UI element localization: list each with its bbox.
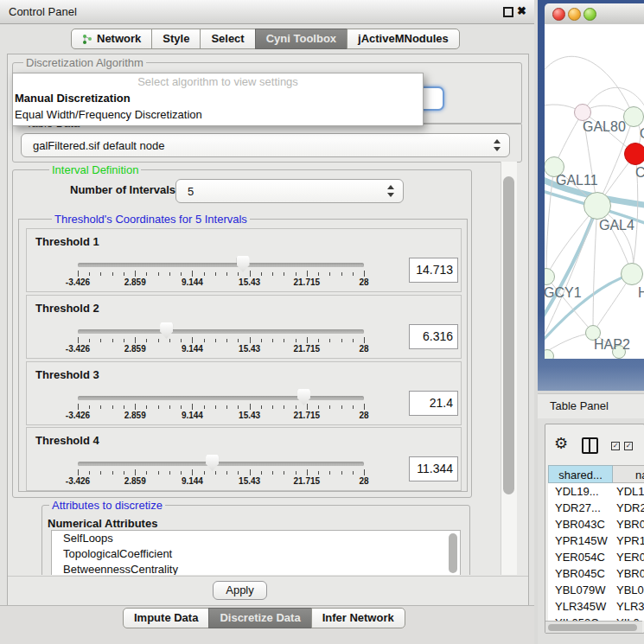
tab-jactivemnodules[interactable]: jActiveMNodules	[347, 29, 460, 49]
slider-track[interactable]	[78, 329, 364, 334]
table-data-combobox[interactable]: galFiltered.sif default node	[21, 133, 510, 157]
cyni-panel-body: Discretization Algorithm Select algorith…	[7, 54, 529, 605]
threshold-row: Threshold 3 -3.4262.8599.14415.4321.7152…	[26, 361, 462, 425]
tab-impute-data[interactable]: Impute Data	[123, 608, 209, 628]
slider-track[interactable]	[78, 462, 364, 466]
mac-minimize-button[interactable]	[568, 8, 581, 21]
attribute-item[interactable]: SelfLoops	[52, 531, 460, 546]
table-row[interactable]: YLR345WYLR3	[548, 598, 644, 615]
network-node[interactable]	[621, 263, 643, 285]
column-header-shared[interactable]: shared...	[548, 465, 613, 483]
gear-icon[interactable]: ⚙	[554, 434, 568, 453]
dropdown-option-equal-width-frequency[interactable]: Equal Width/Frequency Discretization	[13, 106, 423, 123]
slider-tick-labels: -3.4262.8599.14415.4321.71528	[78, 476, 364, 486]
tab-network-label: Network	[97, 29, 141, 48]
table-row[interactable]: YER054CYER0	[548, 549, 644, 565]
slider-track[interactable]	[78, 263, 364, 267]
mac-zoom-button[interactable]	[583, 8, 596, 21]
numerical-attributes-list[interactable]: SelfLoopsTopologicalCoefficientBetweenne…	[51, 530, 461, 575]
cell-shared-name: YBR045C	[548, 565, 613, 582]
mac-close-button[interactable]	[552, 8, 565, 21]
node-label: GAL11	[556, 173, 598, 188]
table-data-value: galFiltered.sif default node	[33, 139, 164, 152]
columns-icon[interactable]	[582, 437, 598, 454]
table-hscrollbar-thumb[interactable]	[548, 624, 637, 631]
table-panel-area: ⚙ ✓ ✓ shared... na YDL19...YDL1YDR27...Y…	[538, 418, 644, 644]
threshold-row: Threshold 1 -3.4262.8599.14415.4321.7152…	[26, 228, 462, 292]
threshold-label: Threshold 1	[35, 235, 99, 248]
tab-select[interactable]: Select	[200, 29, 255, 49]
network-node[interactable]	[623, 106, 644, 127]
tab-infer-network[interactable]: Infer Network	[311, 608, 405, 628]
cell-name: YBR0	[613, 516, 644, 532]
tab-style[interactable]: Style	[151, 29, 201, 49]
close-icon[interactable]: ✖	[517, 4, 526, 17]
tab-cyni-toolbox[interactable]: Cyni Toolbox	[255, 29, 348, 49]
tick-label: 28	[359, 344, 368, 354]
node-label: GCY1	[545, 285, 582, 301]
threshold-label: Threshold 4	[35, 434, 99, 447]
threshold-label: Threshold 2	[35, 302, 99, 315]
table-row[interactable]: YBL079WYBL0	[548, 582, 644, 598]
table-row[interactable]: YIL052CYIL0	[548, 615, 644, 621]
attributes-group-title: Attributes to discretize	[49, 499, 165, 512]
screenshot-root: Control Panel ✖ Network Style Select Cyn…	[0, 0, 644, 644]
tick-label: 2.859	[124, 344, 146, 354]
checkbox-icon[interactable]: ✓	[624, 442, 633, 450]
cell-name: YIL0	[613, 615, 640, 621]
cell-name: YDL1	[613, 483, 644, 500]
attribute-item[interactable]: TopologicalCoefficient	[52, 546, 460, 562]
slider-ticks	[78, 270, 364, 277]
threshold-value-field[interactable]: 11.344	[409, 456, 458, 481]
control-panel: Control Panel ✖ Network Style Select Cyn…	[0, 0, 534, 644]
dropdown-placeholder-option[interactable]: Select algorithm to view settings	[13, 73, 423, 90]
table-header-row: shared... na	[548, 465, 644, 483]
cell-shared-name: YIL052C	[548, 615, 613, 621]
top-tab-bar: Network Style Select Cyni Toolbox jActiv…	[71, 29, 460, 49]
cell-name: YER0	[613, 549, 644, 565]
threshold-value-field[interactable]: 14.713	[409, 258, 458, 283]
table-row[interactable]: YPR145WYPR1	[548, 532, 644, 549]
table-row[interactable]: YDR27...YDR2	[548, 500, 644, 516]
table-row[interactable]: YBR043CYBR0	[548, 516, 644, 532]
panel-title: Control Panel	[9, 5, 77, 18]
numerical-attributes-label: Numerical Attributes	[48, 517, 157, 530]
dropdown-option-manual-discretization[interactable]: Manual Discretization	[13, 90, 423, 106]
network-canvas[interactable]: GAL80GACGAL11GAL4GCY1HHAP2	[545, 24, 644, 359]
column-header-name[interactable]: na	[613, 465, 644, 483]
number-of-intervals-combobox[interactable]: 5	[175, 179, 404, 203]
node-label: H	[638, 285, 644, 301]
attributes-scrollbar[interactable]	[449, 533, 457, 573]
table-row[interactable]: YDL19...YDL1	[548, 483, 644, 500]
checkbox-icon[interactable]: ✓	[611, 442, 620, 450]
network-node[interactable]	[583, 192, 611, 220]
network-node[interactable]	[624, 143, 644, 165]
float-window-icon[interactable]	[503, 7, 513, 17]
algorithm-dropdown-popup: Select algorithm to view settings Manual…	[12, 73, 424, 126]
tick-label: 15.43	[239, 344, 260, 354]
tab-discretize-data[interactable]: Discretize Data	[208, 608, 311, 628]
tab-network[interactable]: Network	[71, 29, 152, 49]
table-hscrollbar[interactable]	[545, 621, 642, 633]
slider-track[interactable]	[78, 396, 364, 400]
attribute-item[interactable]: BetweennessCentrality	[52, 562, 460, 575]
slider-ticks	[78, 403, 364, 411]
tick-label: -3.426	[66, 476, 90, 486]
interval-definition-title: Interval Definition	[49, 163, 141, 176]
table-row[interactable]: YBR045CYBR0	[548, 565, 644, 582]
tick-label: -3.426	[66, 344, 90, 354]
threshold-value-field[interactable]: 6.316	[409, 324, 458, 349]
tick-label: 21.715	[294, 277, 321, 287]
network-node[interactable]	[574, 104, 591, 121]
network-window-titlebar	[545, 3, 644, 25]
apply-button[interactable]: Apply	[213, 581, 267, 600]
panel-scrollbar-thumb[interactable]	[503, 176, 514, 494]
node-label: GAL4	[599, 218, 634, 233]
tick-label: 2.859	[124, 277, 146, 287]
cell-name: YDR2	[613, 500, 644, 516]
attributes-group: Attributes to discretize Numerical Attri…	[41, 505, 470, 575]
threshold-value-field[interactable]: 21.4	[409, 391, 458, 416]
cell-shared-name: YBR043C	[548, 516, 613, 532]
settings-scroll-area: Interval Definition Number of Intervals …	[8, 162, 501, 575]
panel-scrollbar[interactable]	[501, 162, 517, 575]
